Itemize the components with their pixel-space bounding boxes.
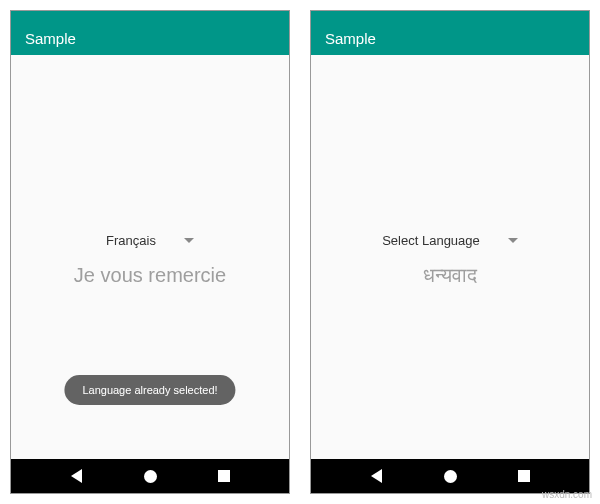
back-button[interactable] xyxy=(69,468,85,484)
screen-content: Français Je vous remercie Language alrea… xyxy=(11,55,289,459)
recent-icon xyxy=(518,470,530,482)
toast-message: Language already selected! xyxy=(64,375,235,405)
home-icon xyxy=(444,470,457,483)
android-navbar xyxy=(11,459,289,493)
home-icon xyxy=(144,470,157,483)
phone-left: Sample Français Je vous remercie Languag… xyxy=(10,10,290,494)
phone-right: Sample Select Language धन्यवाद xyxy=(310,10,590,494)
recent-button[interactable] xyxy=(216,468,232,484)
thankyou-text: धन्यवाद xyxy=(423,264,477,287)
recent-icon xyxy=(218,470,230,482)
chevron-down-icon xyxy=(508,238,518,243)
chevron-down-icon xyxy=(184,238,194,243)
thankyou-text: Je vous remercie xyxy=(74,264,226,287)
screen-content: Select Language धन्यवाद xyxy=(311,55,589,459)
spinner-selected-label: Français xyxy=(106,233,156,248)
appbar: Sample xyxy=(311,11,589,55)
android-navbar xyxy=(311,459,589,493)
appbar: Sample xyxy=(11,11,289,55)
home-button[interactable] xyxy=(142,468,158,484)
home-button[interactable] xyxy=(442,468,458,484)
language-spinner[interactable]: Français xyxy=(98,227,202,254)
app-title: Sample xyxy=(25,30,76,47)
back-icon xyxy=(71,469,82,483)
language-spinner[interactable]: Select Language xyxy=(374,227,526,254)
spinner-selected-label: Select Language xyxy=(382,233,480,248)
back-icon xyxy=(371,469,382,483)
app-title: Sample xyxy=(325,30,376,47)
watermark-text: wsxdn.com xyxy=(542,489,592,500)
back-button[interactable] xyxy=(369,468,385,484)
recent-button[interactable] xyxy=(516,468,532,484)
